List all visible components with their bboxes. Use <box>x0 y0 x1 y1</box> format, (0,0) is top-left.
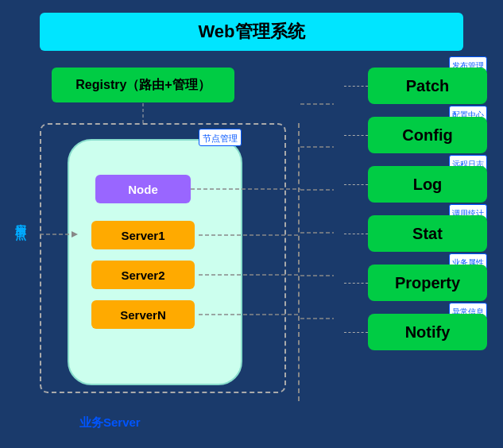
registry-box: Registry（路由+管理） <box>52 68 234 102</box>
service-item-property: 业务属性 Property <box>368 265 487 301</box>
server2-box: Server2 <box>91 261 195 289</box>
registry-label: Registry（路由+管理） <box>75 77 210 94</box>
app-node-text: 应用节点 <box>13 214 29 221</box>
title-bar: Web管理系统 <box>40 13 463 51</box>
service-item-log: 远程日志 Log <box>368 166 487 203</box>
config-box: Config <box>368 117 487 153</box>
server1-label: Server1 <box>121 229 164 242</box>
node-box: Node <box>95 175 191 203</box>
log-box: Log <box>368 166 487 203</box>
property-box: Property <box>368 265 487 301</box>
server1-box: Server1 <box>91 221 195 249</box>
business-server-label: 业务Server <box>79 415 141 431</box>
right-panel: 发布管理 Patch 配置中心 Config 远程日志 Log <box>368 68 487 357</box>
service-item-config: 配置中心 Config <box>368 117 487 153</box>
stat-box: Stat <box>368 215 487 252</box>
service-item-notify: 异常信息 Notify <box>368 314 487 350</box>
app-node-label-container: 应用节点 <box>13 214 29 221</box>
config-label: Config <box>402 126 452 145</box>
node-mgmt-tag: 节点管理 <box>199 129 242 146</box>
log-label: Log <box>413 176 443 194</box>
patch-box: Patch <box>368 68 487 104</box>
patch-label: Patch <box>406 77 449 95</box>
serverN-box: ServerN <box>91 300 195 329</box>
title-text: Web管理系统 <box>198 20 304 44</box>
server2-label: Server2 <box>121 268 164 282</box>
serverN-label: ServerN <box>120 308 166 322</box>
property-label: Property <box>395 274 460 292</box>
main-container: Web管理系统 Registry（路由+管理） 应用节点 Node Server… <box>0 0 503 448</box>
node-label: Node <box>128 183 158 196</box>
node-mgmt-text: 节点管理 <box>203 133 238 143</box>
service-item-patch: 发布管理 Patch <box>368 68 487 104</box>
service-item-stat: 调用统计 Stat <box>368 215 487 252</box>
divider-line <box>298 123 300 401</box>
notify-box: Notify <box>368 314 487 350</box>
stat-label: Stat <box>412 225 443 243</box>
business-server-text: 业务Server <box>79 415 141 429</box>
notify-label: Notify <box>405 323 451 342</box>
